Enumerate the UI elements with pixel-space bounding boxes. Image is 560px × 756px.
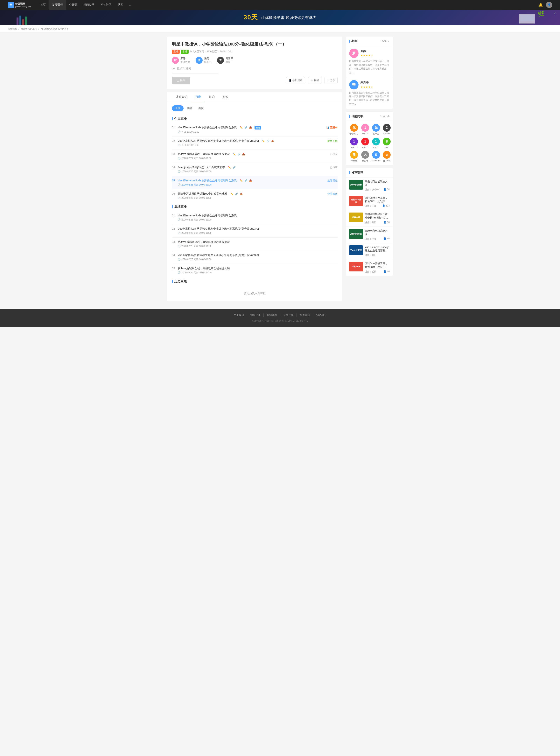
sub-tab-record[interactable]: 录播	[183, 105, 195, 111]
nav-problems[interactable]: 题库	[115, 0, 126, 10]
classmate-summers[interactable]: S Summers	[372, 151, 381, 162]
lesson-status-01[interactable]: 📊 直播中	[326, 126, 338, 129]
sub-tab-offline[interactable]: 面授	[195, 105, 207, 111]
link-icon-01[interactable]: 🔗	[244, 126, 247, 129]
teacher-2: 凌 凌荷 班主任	[196, 57, 211, 64]
breadcrumb-home[interactable]: 发现课程	[8, 27, 17, 30]
rec-info-3: 前端全栈加强版！前端全栈+全周期+多维应用 讲师：岳田 👤 56	[365, 213, 390, 224]
share-icon-01[interactable]: 📤	[249, 126, 252, 129]
nav-news[interactable]: 新闻资讯	[80, 0, 97, 10]
lesson-time-06: 🕐 2020/02/26 周四 10:00-11:00	[178, 196, 327, 200]
share-icon-05[interactable]: 📤	[249, 179, 252, 182]
classmate-charles[interactable]: C Charles	[383, 124, 391, 135]
collect-button[interactable]: ☆ 收藏	[308, 77, 321, 83]
footer-link-sitemap[interactable]: 网站地图	[264, 314, 280, 317]
classmate-qq-avatar: q	[383, 151, 391, 159]
teacher-1: 罗 罗静 主讲老师	[172, 57, 190, 64]
future-num-05: 05	[172, 267, 178, 270]
teacher-card-1-avatar[interactable]: 罗	[349, 48, 359, 58]
edit-icon-03[interactable]: ✏️	[233, 153, 236, 156]
footer-link-recruit[interactable]: 招贤纳士	[313, 314, 329, 317]
rec-course-6[interactable]: 玩转Java 玩转Java开发工具，精通JUC，成为开发多面手 讲师：岳田 👤 …	[346, 259, 393, 276]
svg-rect-1	[17, 18, 18, 25]
course-sep: ·	[205, 50, 206, 53]
classmates-title: 你的同学	[349, 115, 363, 118]
link-icon-04[interactable]: 🔗	[232, 166, 236, 169]
tab-qa[interactable]: 问答	[219, 92, 232, 102]
classmates-card: 你的同学 ↻ 换一换 化 化学教书... 1 1567** 张 张小田	[346, 112, 393, 165]
lesson-icons-05: ✏️ 🔗 📤	[239, 179, 252, 182]
lesson-status-06[interactable]: 查看回放	[327, 192, 338, 196]
mobile-watch-button[interactable]: 📱 手机观看	[286, 77, 305, 83]
teacher-3-name: 青青平	[225, 57, 233, 60]
rec-course-4[interactable]: 高级电商系统 高级电商全栈系统大课 讲师：冷峰 👤 46	[346, 227, 393, 243]
breadcrumb-series[interactable]: 新媒体营销系列	[21, 27, 37, 30]
teachers-next[interactable]: ›	[387, 40, 390, 43]
lesson-title-text-01[interactable]: Vue Element+Node.js开发企业通用管理后台系统	[178, 126, 237, 129]
lesson-title-05: Vue Element+Node.js开发企业通用管理后台系统 ✏️ 🔗 📤	[178, 179, 327, 182]
classmate-qq[interactable]: q qq_天涯	[383, 151, 391, 162]
link-icon-05[interactable]: 🔗	[244, 179, 247, 182]
classmate-10[interactable]: 大 大笨狼	[361, 151, 369, 162]
nav-qa[interactable]: 问答社区	[97, 0, 115, 10]
rec-title-3: 前端全栈加强版！前端全栈+全周期+多维应用	[365, 213, 390, 220]
share-icon-02[interactable]: 📤	[271, 139, 274, 143]
classmate-10-name: 大笨狼	[362, 159, 368, 162]
lesson-title-text-05[interactable]: Vue Element+Node.js开发企业通用管理后台系统	[178, 179, 237, 182]
notification-icon[interactable]: 🔔	[539, 3, 543, 7]
rec-course-3[interactable]: 前端全栈 前端全栈加强版！前端全栈+全周期+多维应用 讲师：岳田 👤 56	[346, 210, 393, 226]
tab-intro[interactable]: 课程介绍	[172, 92, 191, 102]
future-time-05: 🕐 2020/02/26 周四 10:00-11:00	[178, 271, 338, 274]
footer-link-disclaimer[interactable]: 免责声明	[297, 314, 313, 317]
rec-course-5[interactable]: Vue企业管理 Vue Element+Node.js开发企业通用管理后台系统 …	[346, 243, 393, 259]
link-icon-02[interactable]: 🔗	[266, 139, 270, 143]
banner-close-icon[interactable]: ✕	[554, 12, 556, 15]
classmate-1[interactable]: 化 化学教书...	[349, 124, 359, 135]
classmate-2[interactable]: 1 1567**	[361, 124, 369, 135]
footer-link-partner[interactable]: 合作伙伴	[280, 314, 297, 317]
teacher-card-2-avatar[interactable]: 宋	[349, 80, 359, 89]
rec-course-1[interactable]: 高级电商全栈 高级电商全栈系统大课 讲师：张小锋 👤 34	[346, 178, 393, 194]
nav-home[interactable]: 首页	[37, 0, 49, 10]
share-icon-06[interactable]: 📤	[239, 192, 243, 196]
classmate-5[interactable]: 1 1767**	[349, 138, 359, 148]
material-tag-01[interactable]: 资料	[255, 126, 261, 130]
classmate-9[interactable]: 熊 小熊熊	[349, 151, 359, 162]
classmate-6[interactable]: 1 1567**	[361, 138, 369, 148]
footer-link-about[interactable]: 关于我们	[231, 314, 247, 317]
lesson-status-05[interactable]: 查看回放	[327, 179, 338, 182]
lesson-title-06: 跟随千万级项目从0到100全过程高效成长 ✏️ 🔗 📤	[178, 192, 327, 196]
future-live-list: 01 Vue Element+Node.js开发企业通用管理后台系统 🕐 202…	[167, 211, 342, 277]
share-button[interactable]: ↗ 分享	[324, 77, 338, 83]
lesson-title-text-02[interactable]: Vue全家桶实战 从零独立开发企业级小米电商系统(免费升级Vue3.0)	[178, 139, 259, 143]
rec-meta-1: 讲师：张小锋 👤 34	[365, 188, 390, 191]
teachers-page: 1/10	[382, 40, 386, 43]
rec-course-2[interactable]: 玩转Java开发 玩转Java开发工具，精通JUC，成为开发多面手 讲师：王峰 …	[346, 194, 393, 210]
edit-icon-01[interactable]: ✏️	[239, 126, 243, 129]
edit-icon-04[interactable]: ✏️	[228, 166, 231, 169]
classmate-3[interactable]: 张 张小田	[372, 124, 381, 135]
teachers-prev[interactable]: ‹	[379, 40, 381, 43]
tab-comment[interactable]: 评论	[205, 92, 219, 102]
lesson-title-03: 从Java后端到全栈，高级电商全栈系统大课 ✏️ 🔗 📤	[178, 153, 330, 156]
logo[interactable]: 云朵课堂 yunduoketang.com	[8, 2, 31, 8]
nav-courses[interactable]: 发现课程	[49, 0, 66, 10]
breadcrumb-current: 销冠修炼术抢定80%的客户	[41, 27, 69, 30]
classmate-2-avatar: 1	[361, 124, 369, 132]
share-icon-03[interactable]: 📤	[242, 153, 245, 156]
link-icon-06[interactable]: 🔗	[235, 192, 238, 196]
lesson-item-02: 02 Vue全家桶实战 从零独立开发企业级小米电商系统(免费升级Vue3.0) …	[172, 137, 338, 150]
refresh-button[interactable]: ↻ 换一换	[380, 115, 390, 118]
classmate-bill[interactable]: B Bill	[383, 138, 391, 148]
nav-more[interactable]: ...	[126, 0, 135, 10]
footer-link-agent[interactable]: 加盟代理	[247, 314, 264, 317]
user-avatar[interactable]: 👤	[546, 2, 552, 8]
nav-open-course[interactable]: 公开课	[66, 0, 80, 10]
edit-icon-05[interactable]: ✏️	[239, 179, 243, 182]
classmate-7[interactable]: 1 1867**	[372, 138, 381, 148]
sub-tab-live[interactable]: 直播	[172, 105, 183, 111]
edit-icon-02[interactable]: ✏️	[262, 139, 265, 143]
tab-catalog[interactable]: 目录	[191, 92, 205, 102]
link-icon-03[interactable]: 🔗	[237, 153, 241, 156]
edit-icon-06[interactable]: ✏️	[230, 192, 234, 196]
